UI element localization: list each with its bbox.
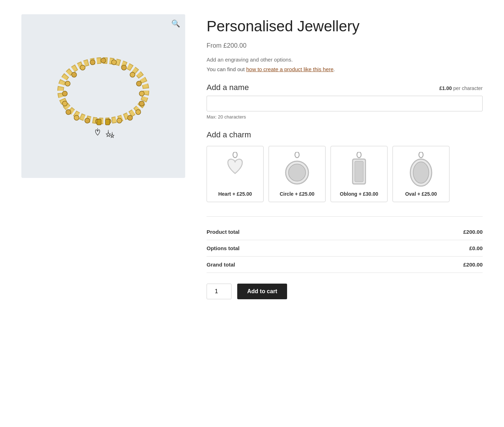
product-total-value: £200.00 bbox=[463, 229, 483, 235]
svg-point-16 bbox=[66, 110, 71, 115]
product-price: From £200.00 bbox=[207, 42, 483, 49]
svg-point-10 bbox=[128, 115, 133, 120]
charm-options-container: Heart + £25.00 Circle + £25.00 bbox=[207, 146, 483, 202]
charm-image-circle bbox=[279, 152, 315, 188]
charm-section-label: Add a charm bbox=[207, 130, 483, 139]
charm-label-oval: Oval + £25.00 bbox=[405, 191, 437, 197]
name-input[interactable] bbox=[207, 96, 483, 111]
total-row-product: Product total £200.00 bbox=[207, 224, 483, 240]
svg-point-7 bbox=[139, 91, 144, 96]
svg-point-4 bbox=[121, 65, 126, 70]
svg-marker-27 bbox=[106, 132, 110, 137]
total-row-grand: Grand total £200.00 bbox=[207, 257, 483, 273]
svg-point-21 bbox=[80, 65, 85, 70]
svg-rect-24 bbox=[105, 119, 110, 125]
options-total-value: £0.00 bbox=[469, 245, 483, 251]
charm-card-oblong[interactable]: Oblong + £30.00 bbox=[331, 146, 388, 202]
svg-point-34 bbox=[357, 152, 361, 158]
svg-marker-29 bbox=[110, 134, 114, 138]
max-chars-hint: Max: 20 characters bbox=[207, 114, 483, 120]
quantity-input[interactable] bbox=[207, 284, 232, 299]
grand-total-label: Grand total bbox=[207, 262, 235, 268]
charm-card-heart[interactable]: Heart + £25.00 bbox=[207, 146, 264, 202]
product-image-container: 🔍 bbox=[21, 14, 185, 178]
product-info-link[interactable]: how to create a product like this here bbox=[246, 66, 333, 72]
charm-label-oblong: Oblong + £30.00 bbox=[340, 191, 378, 197]
product-title: Personalised Jewellery bbox=[207, 18, 483, 35]
charm-card-circle[interactable]: Circle + £25.00 bbox=[269, 146, 326, 202]
svg-point-14 bbox=[85, 118, 90, 123]
svg-point-5 bbox=[130, 72, 135, 77]
svg-point-1 bbox=[61, 60, 146, 121]
svg-point-33 bbox=[289, 164, 306, 181]
svg-point-9 bbox=[136, 110, 141, 115]
svg-point-37 bbox=[419, 152, 423, 158]
svg-point-2 bbox=[101, 58, 106, 63]
product-link-paragraph: You can find out how to create a product… bbox=[207, 66, 483, 72]
charm-image-oval bbox=[403, 152, 439, 188]
svg-point-30 bbox=[233, 152, 237, 158]
svg-point-8 bbox=[139, 101, 144, 106]
svg-point-15 bbox=[74, 115, 79, 120]
svg-point-17 bbox=[62, 101, 67, 106]
grand-total-value: £200.00 bbox=[463, 262, 483, 268]
charm-label-heart: Heart + £25.00 bbox=[218, 191, 252, 197]
zoom-icon[interactable]: 🔍 bbox=[171, 19, 180, 28]
options-total-label: Options total bbox=[207, 245, 240, 251]
svg-point-39 bbox=[413, 162, 429, 183]
product-total-label: Product total bbox=[207, 229, 240, 235]
svg-point-18 bbox=[62, 91, 67, 96]
svg-point-6 bbox=[136, 81, 141, 86]
svg-point-31 bbox=[295, 152, 299, 158]
product-image-section: 🔍 bbox=[21, 14, 185, 178]
name-section-label: Add a name bbox=[207, 83, 249, 92]
name-section-header: Add a name £1.00 per character bbox=[207, 83, 483, 92]
svg-point-22 bbox=[90, 60, 95, 65]
totals-section: Product total £200.00 Options total £0.0… bbox=[207, 216, 483, 273]
charm-image-heart bbox=[217, 152, 253, 188]
per-character-price-value: £1.00 bbox=[440, 85, 452, 91]
bracelet-image bbox=[50, 53, 157, 139]
charm-card-oval[interactable]: Oval + £25.00 bbox=[393, 146, 450, 202]
svg-point-11 bbox=[117, 118, 122, 123]
link-text-after: . bbox=[333, 66, 335, 72]
product-description: Add an engraving and other options. bbox=[207, 57, 483, 63]
add-to-cart-row: Add to cart bbox=[207, 284, 483, 299]
svg-rect-23 bbox=[97, 119, 101, 125]
link-text-before: You can find out bbox=[207, 66, 246, 72]
svg-point-3 bbox=[111, 60, 116, 65]
product-details-section: Personalised Jewellery From £200.00 Add … bbox=[207, 14, 483, 299]
per-character-info: £1.00 per character bbox=[440, 85, 483, 91]
page-wrapper: 🔍 bbox=[0, 0, 504, 313]
add-to-cart-button[interactable]: Add to cart bbox=[237, 284, 287, 299]
svg-point-19 bbox=[65, 81, 70, 86]
per-character-label: per character bbox=[453, 85, 483, 91]
total-row-options: Options total £0.00 bbox=[207, 240, 483, 257]
svg-point-20 bbox=[72, 72, 77, 77]
svg-rect-36 bbox=[355, 161, 363, 182]
charm-label-circle: Circle + £25.00 bbox=[280, 191, 315, 197]
charm-image-oblong bbox=[341, 152, 377, 188]
